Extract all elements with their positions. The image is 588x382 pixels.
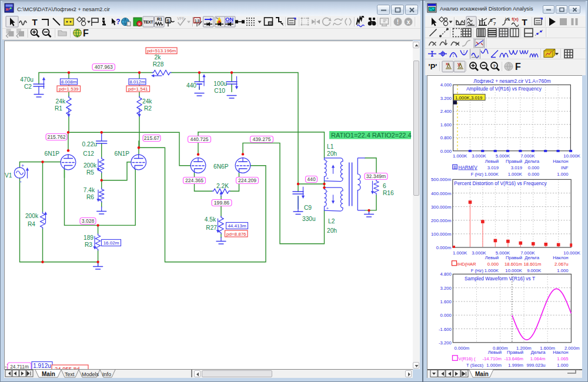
svg-text:Наклон: Наклон xyxy=(553,159,568,164)
svg-text:999.023u: 999.023u xyxy=(526,363,545,368)
svg-text:Левый: Левый xyxy=(485,159,499,164)
svg-text:3.028: 3.028 xyxy=(82,218,95,224)
svg-text:3.000K: 3.000K xyxy=(472,153,486,159)
svg-text:3.019: 3.019 xyxy=(487,165,499,170)
svg-text:-: - xyxy=(326,158,328,163)
svg-text:1.000m: 1.000m xyxy=(486,363,502,368)
svg-text:4.5k: 4.5k xyxy=(205,216,216,223)
svg-text:R28: R28 xyxy=(153,61,164,68)
svg-text:1.064m: 1.064m xyxy=(530,356,546,361)
svg-text:pd=513.196m: pd=513.196m xyxy=(147,48,176,53)
svg-text:R3: R3 xyxy=(85,242,92,248)
svg-text:407.963: 407.963 xyxy=(95,64,113,70)
svg-text:V1: V1 xyxy=(5,172,12,179)
svg-text:F: F xyxy=(515,62,521,72)
svg-text:Main: Main xyxy=(42,371,55,377)
svg-text:Main: Main xyxy=(475,371,489,377)
svg-text:20h: 20h xyxy=(327,227,337,234)
svg-text:x: x xyxy=(138,21,141,26)
svg-text:0.000: 0.000 xyxy=(440,313,452,318)
svg-text:10.000K: 10.000K xyxy=(505,268,523,273)
svg-text:439.275: 439.275 xyxy=(252,136,270,142)
svg-text:C12: C12 xyxy=(83,150,94,157)
svg-text:1.000K,3.019: 1.000K,3.019 xyxy=(455,95,482,100)
svg-text:Наклон: Наклон xyxy=(553,350,568,355)
svg-text:7: 7 xyxy=(493,21,496,26)
svg-text:R1: R1 xyxy=(157,17,162,21)
svg-text:300.000m: 300.000m xyxy=(431,205,451,210)
svg-text:200k: 200k xyxy=(25,213,39,219)
svg-text:?: ? xyxy=(116,18,120,26)
svg-text:R1: R1 xyxy=(55,105,62,112)
svg-text:Правый: Правый xyxy=(506,159,522,164)
svg-text:-13.646m: -13.646m xyxy=(505,356,523,361)
svg-text:pd=1.539: pd=1.539 xyxy=(59,86,79,92)
svg-text:3.000K: 3.000K xyxy=(472,250,486,256)
svg-text:0.000: 0.000 xyxy=(487,262,499,267)
svg-text:Percent Distortion of V(R16) v: Percent Distortion of V(R16) vs Frequenc… xyxy=(454,180,547,186)
svg-text:-3.200: -3.200 xyxy=(439,340,452,346)
svg-text:x: x xyxy=(407,19,410,25)
svg-text:Amplitude of V(R16) vs Frequen: Amplitude of V(R16) vs Frequency xyxy=(466,86,542,92)
svg-text:3.200: 3.200 xyxy=(440,286,452,291)
svg-text:V(R16) (: V(R16) ( xyxy=(459,356,476,361)
svg-text:+: + xyxy=(326,176,329,181)
svg-text:ON: ON xyxy=(225,16,233,22)
svg-text:F (Hz): F (Hz) xyxy=(471,172,484,177)
svg-text:Левый: Левый xyxy=(488,350,502,355)
svg-text:-: - xyxy=(19,177,22,185)
svg-text:0.000m: 0.000m xyxy=(455,346,470,351)
svg-text:C9: C9 xyxy=(304,205,312,211)
svg-text:32.349m: 32.349m xyxy=(366,173,386,179)
svg-text:R5: R5 xyxy=(86,169,94,176)
svg-text:1.000: 1.000 xyxy=(557,268,568,273)
svg-text:3.200: 3.200 xyxy=(440,96,452,101)
svg-text:2.400: 2.400 xyxy=(440,109,452,114)
svg-text:0.000: 0.000 xyxy=(440,149,452,154)
svg-text:1.000K: 1.000K xyxy=(508,172,523,177)
svg-text:Дельта: Дельта xyxy=(531,350,546,355)
svg-text:Text: Text xyxy=(65,371,75,377)
svg-text:1.000K: 1.000K xyxy=(485,172,499,177)
svg-text:6N6P: 6N6P xyxy=(213,163,229,170)
svg-text:-1.600: -1.600 xyxy=(439,327,452,332)
svg-text:C10: C10 xyxy=(214,88,225,94)
svg-text:RATIO1=22.4 RATIO2=22.4: RATIO1=22.4 RATIO2=22.4 xyxy=(331,132,412,139)
svg-text:200k: 200k xyxy=(83,162,97,169)
svg-text:L2: L2 xyxy=(328,218,335,224)
svg-text:-14.710m: -14.710m xyxy=(483,356,502,361)
svg-text:+: + xyxy=(326,206,329,211)
svg-text:VFF: VFF xyxy=(177,16,184,21)
svg-text:4.800: 4.800 xyxy=(440,272,452,277)
svg-text:C2: C2 xyxy=(24,83,32,90)
svg-text:20h: 20h xyxy=(327,150,337,157)
svg-text:Info: Info xyxy=(102,371,111,377)
svg-text:R6: R6 xyxy=(86,194,94,200)
svg-text:0.000m: 0.000m xyxy=(436,245,452,250)
svg-text:INF: INF xyxy=(561,165,569,170)
svg-text:0.800: 0.800 xyxy=(440,135,452,140)
svg-text:L1: L1 xyxy=(327,143,334,150)
svg-text:16.02m: 16.02m xyxy=(103,240,119,246)
svg-text:f(x): f(x) xyxy=(512,16,519,22)
svg-text:Левый: Левый xyxy=(485,255,499,260)
svg-text:0.000: 0.000 xyxy=(528,172,539,177)
svg-text:T: T xyxy=(32,17,37,27)
svg-text:400.000m: 400.000m xyxy=(431,191,451,196)
svg-text:Дельта: Дельта xyxy=(524,255,540,260)
svg-text:330u: 330u xyxy=(302,216,316,222)
svg-text:440: 440 xyxy=(186,82,196,89)
svg-text:F: F xyxy=(83,28,89,38)
svg-text:L8: L8 xyxy=(505,17,510,21)
svg-text:500.000m: 500.000m xyxy=(431,177,451,182)
svg-text:224.209: 224.209 xyxy=(238,177,256,183)
svg-text:44.413m: 44.413m xyxy=(228,223,246,229)
svg-text:215.762: 215.762 xyxy=(47,134,65,140)
svg-text:215.67: 215.67 xyxy=(144,135,160,141)
svg-text:8.012m: 8.012m xyxy=(129,79,145,85)
svg-text:100.000m: 100.000m xyxy=(431,232,451,237)
svg-text:0.22u: 0.22u xyxy=(82,141,98,148)
svg-text:440.725: 440.725 xyxy=(190,136,208,142)
svg-text:pd=8.876: pd=8.876 xyxy=(226,232,246,237)
svg-text:1.000K: 1.000K xyxy=(453,250,467,256)
